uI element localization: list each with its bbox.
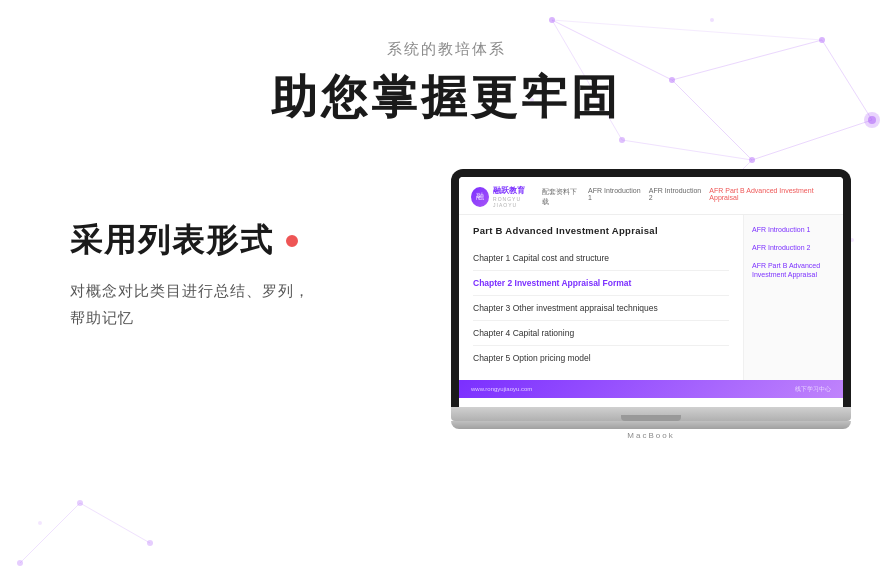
screen-body: Part B Advanced Investment Appraisal Cha… [459, 215, 843, 380]
sidebar-link-intro1: AFR Introduction 1 [752, 225, 835, 235]
chapter-4: Chapter 4 Capital rationing [473, 321, 729, 346]
laptop-screen-inner: 融 融跃教育 RONGYU JIAOYU 配套资料下载 AFR Introduc… [459, 177, 843, 407]
chapter-1: Chapter 1 Capital cost and structure [473, 246, 729, 271]
footer-url: www.rongyujiaoyu.com [471, 386, 532, 392]
screen-footer: www.rongyujiaoyu.com 线下学习中心 [459, 380, 843, 398]
right-panel: 融 融跃教育 RONGYU JIAOYU 配套资料下载 AFR Introduc… [430, 159, 892, 440]
laptop-stand [451, 421, 851, 429]
feature-title-row: 采用列表形式 [70, 219, 430, 263]
chapter-5: Chapter 5 Option pricing model [473, 346, 729, 370]
screen-right: AFR Introduction 1 AFR Introduction 2 AF… [743, 215, 843, 380]
nav-link-partb: AFR Part B Advanced Investment Appraisal [709, 187, 831, 207]
nav-link-download: 配套资料下载 [542, 187, 580, 207]
logo-icon: 融 [471, 187, 489, 207]
svg-line-21 [20, 503, 80, 563]
left-panel: 采用列表形式 对概念对比类目进行总结、罗列， 帮助记忆 [0, 159, 430, 331]
svg-point-15 [619, 137, 625, 143]
nav-link-intro2: AFR Introduction 2 [649, 187, 702, 207]
svg-point-24 [77, 500, 83, 506]
logo-text: 融跃教育 RONGYU JIAOYU [493, 185, 542, 208]
nav-links: 配套资料下载 AFR Introduction 1 AFR Introducti… [542, 187, 831, 207]
screen-left: Part B Advanced Investment Appraisal Cha… [459, 215, 743, 380]
orange-dot-decoration [286, 235, 298, 247]
feature-description: 对概念对比类目进行总结、罗列， 帮助记忆 [70, 277, 430, 331]
chapter-2: Chapter 2 Investment Appraisal Format [473, 271, 729, 296]
nav-link-intro1: AFR Introduction 1 [588, 187, 641, 207]
macbook-label: MacBook [451, 431, 851, 440]
laptop-screen-outer: 融 融跃教育 RONGYU JIAOYU 配套资料下载 AFR Introduc… [451, 169, 851, 407]
footer-right-text: 线下学习中心 [795, 385, 831, 394]
svg-line-22 [80, 503, 150, 543]
svg-point-26 [38, 521, 42, 525]
svg-point-25 [147, 540, 153, 546]
logo-area: 融 融跃教育 RONGYU JIAOYU [471, 185, 542, 208]
feature-title: 采用列表形式 [70, 219, 274, 263]
screen-header: 融 融跃教育 RONGYU JIAOYU 配套资料下载 AFR Introduc… [459, 177, 843, 215]
svg-line-7 [622, 140, 752, 160]
part-header: Part B Advanced Investment Appraisal [473, 225, 729, 236]
laptop-mockup: 融 融跃教育 RONGYU JIAOYU 配套资料下载 AFR Introduc… [451, 169, 851, 440]
laptop-base [451, 407, 851, 421]
content-section: 采用列表形式 对概念对比类目进行总结、罗列， 帮助记忆 融 融跃教育 RON [0, 159, 892, 440]
header-section: 系统的教培体系 助您掌握更牢固 [0, 0, 892, 129]
svg-point-23 [17, 560, 23, 566]
chapter-3: Chapter 3 Other investment appraisal tec… [473, 296, 729, 321]
sidebar-link-partb: AFR Part B Advanced Investment Appraisal [752, 261, 835, 281]
header-subtitle: 系统的教培体系 [0, 40, 892, 59]
sidebar-link-intro2: AFR Introduction 2 [752, 243, 835, 253]
header-main-title: 助您掌握更牢固 [0, 67, 892, 129]
